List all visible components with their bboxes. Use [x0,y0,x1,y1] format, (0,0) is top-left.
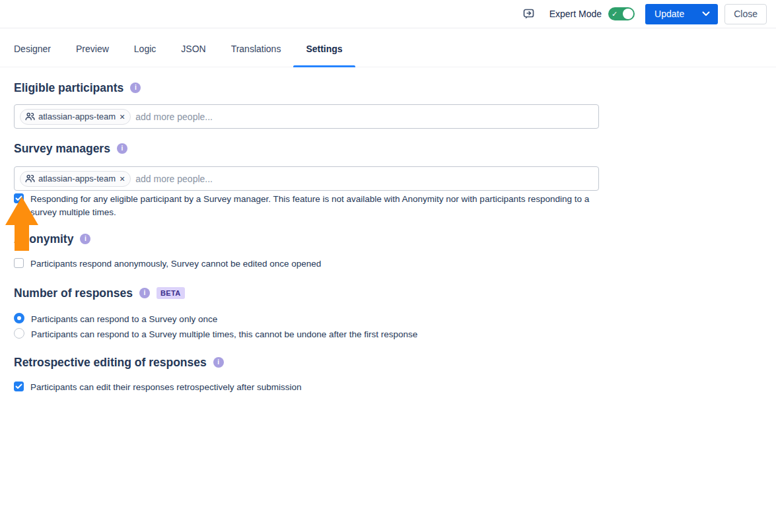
chevron-down-icon [702,11,710,17]
tab-designer[interactable]: Designer [1,28,63,67]
tag-label: atlassian-apps-team [38,174,116,183]
number-of-responses-heading: Number of responses i BETA [14,286,762,300]
update-dropdown-button[interactable] [694,4,718,24]
remove-tag-icon[interactable]: × [120,174,125,183]
toggle-knob [623,9,633,19]
tab-preview[interactable]: Preview [63,28,122,67]
info-icon[interactable]: i [130,83,141,93]
retro-edit-row: Participants can edit their responses re… [14,381,762,394]
anonymity-checkbox[interactable] [14,258,24,268]
eligible-participants-title: Eligible participants [14,81,123,95]
info-icon[interactable]: i [213,357,224,368]
tab-translations[interactable]: Translations [219,28,294,67]
update-button[interactable]: Update [645,4,693,24]
beta-badge: BETA [157,287,185,299]
retro-edit-label: Participants can edit their responses re… [30,381,301,394]
feedback-bubble-icon [522,7,536,20]
checkmark-icon [15,383,22,389]
tag-label: atlassian-apps-team [38,112,116,121]
close-button[interactable]: Close [724,4,767,24]
proxy-responding-row: Responding for any eligible participant … [14,193,762,218]
feedback-icon[interactable] [519,4,539,24]
info-icon[interactable]: i [117,143,127,154]
respond-once-row: Participants can respond to a Survey onl… [14,313,762,326]
expert-mode-label: Expert Mode [549,9,602,19]
group-people-icon [25,174,35,183]
retro-edit-checkbox[interactable] [14,382,24,391]
update-split-button[interactable]: Update [645,4,718,24]
toggle-check-icon: ✓ [612,9,617,18]
anonymity-label: Participants respond anonymously, Survey… [30,257,321,271]
remove-tag-icon[interactable]: × [120,112,125,121]
top-toolbar: Expert Mode ✓ Update Close [0,0,776,28]
respond-multiple-radio[interactable] [14,328,24,339]
add-people-placeholder: add more people... [135,174,213,184]
tab-json[interactable]: JSON [168,28,218,67]
respond-multiple-label: Participants can respond to a Survey mul… [31,328,417,341]
tab-logic[interactable]: Logic [122,28,168,67]
survey-managers-input[interactable]: atlassian-apps-team × add more people... [14,166,599,191]
editor-tabbar: Designer Preview Logic JSON Translations… [0,28,776,67]
eligible-participants-input[interactable]: atlassian-apps-team × add more people... [14,104,599,129]
survey-settings-page: Expert Mode ✓ Update Close Designer Prev… [0,0,776,532]
survey-managers-heading: Survey managers i [14,141,762,156]
survey-managers-title: Survey managers [14,141,110,156]
group-people-icon [25,112,35,121]
expert-mode-toggle[interactable]: ✓ [608,7,635,20]
respond-once-radio[interactable] [14,313,24,323]
tab-settings[interactable]: Settings [293,28,355,67]
anonymity-heading: Anonymity i [14,232,762,246]
settings-content: Eligible participants i atlassian-apps-t… [0,67,776,393]
add-people-placeholder: add more people... [135,112,213,122]
anonymity-title: Anonymity [14,232,73,246]
respond-once-label: Participants can respond to a Survey onl… [31,313,217,326]
proxy-responding-checkbox[interactable] [14,193,24,203]
proxy-responding-label: Responding for any eligible participant … [30,193,593,218]
anonymity-row: Participants respond anonymously, Survey… [14,257,762,271]
info-icon[interactable]: i [80,234,90,244]
eligible-team-tag: atlassian-apps-team × [20,109,131,125]
managers-team-tag: atlassian-apps-team × [20,171,131,187]
respond-multiple-row: Participants can respond to a Survey mul… [14,328,762,341]
checkmark-icon [15,195,22,201]
eligible-participants-heading: Eligible participants i [14,81,762,95]
info-icon[interactable]: i [139,288,150,298]
retrospective-editing-title: Retrospective editing of responses [14,355,207,370]
number-of-responses-title: Number of responses [14,286,133,300]
retrospective-editing-heading: Retrospective editing of responses i [14,355,762,370]
